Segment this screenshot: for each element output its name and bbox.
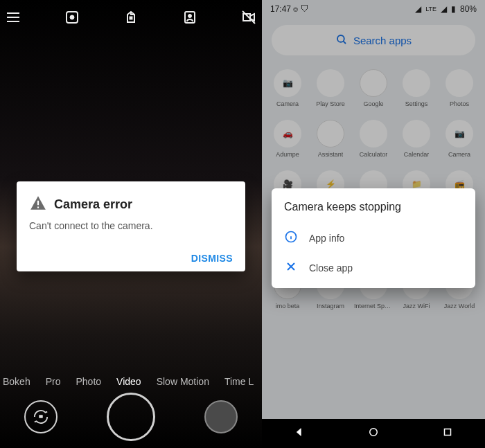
- app-icon: 31: [403, 120, 430, 147]
- battery-icon: ▮: [451, 4, 456, 14]
- dialog-title: Camera error: [54, 197, 132, 212]
- app-icon: 🚗: [274, 120, 301, 147]
- app-assistant[interactable]: •Assistant: [309, 116, 352, 162]
- svg-point-4: [188, 15, 192, 18]
- close-icon: [284, 260, 298, 276]
- svg-rect-6: [37, 201, 39, 206]
- info-icon: [284, 230, 298, 246]
- whatsapp-icon: ⌾: [293, 4, 298, 14]
- svg-rect-2: [130, 17, 132, 19]
- person-icon: ⛉: [301, 4, 309, 14]
- search-icon: [335, 33, 348, 48]
- navigation-bar: [262, 419, 485, 448]
- app-label: Play Store: [316, 100, 345, 107]
- app-label: Instagram: [317, 303, 344, 310]
- signal-icon: ◢: [415, 4, 421, 14]
- warning-icon: [29, 194, 47, 215]
- app-play-store[interactable]: ▶Play Store: [309, 65, 352, 111]
- app-icon: G: [360, 69, 387, 97]
- mode-photo[interactable]: Photo: [76, 376, 102, 387]
- app-label: imo beta: [276, 303, 300, 310]
- app-icon: 📷: [274, 69, 301, 97]
- app-label: Internet Speed Mete…: [354, 303, 393, 310]
- app-crash-dialog: Camera keeps stopping App info Close app: [272, 188, 475, 288]
- app-label: Google: [363, 100, 383, 107]
- app-google[interactable]: GGoogle: [352, 65, 395, 111]
- nav-recent-button[interactable]: [441, 426, 454, 441]
- app-icon: 📷: [446, 120, 473, 147]
- video-off-icon[interactable]: [240, 8, 258, 26]
- close-app-label: Close app: [309, 262, 353, 274]
- svg-rect-7: [37, 206, 39, 208]
- network-label: LTE: [425, 6, 436, 12]
- app-calendar[interactable]: 31Calendar: [395, 116, 438, 162]
- app-camera[interactable]: 📷Camera: [438, 116, 481, 162]
- app-label: Photos: [450, 100, 469, 107]
- search-apps-bar[interactable]: Search apps: [272, 25, 475, 55]
- camera-app-screen: BokehProPhotoVideoSlow MotionTime L Came…: [0, 0, 262, 448]
- svg-point-8: [337, 35, 344, 42]
- mode-time-l[interactable]: Time L: [224, 376, 254, 387]
- app-label: Calculator: [360, 151, 388, 158]
- menu-icon[interactable]: [4, 8, 22, 26]
- status-time: 17:47: [270, 4, 291, 14]
- app-info-option[interactable]: App info: [284, 223, 463, 253]
- app-icon: ▶: [317, 69, 344, 97]
- portrait-icon[interactable]: [181, 8, 199, 26]
- app-label: Assistant: [318, 151, 344, 158]
- shutter-row: [0, 390, 262, 444]
- app-label: Camera: [276, 100, 299, 107]
- crash-dialog-title: Camera keeps stopping: [284, 201, 463, 213]
- app-info-label: App info: [309, 233, 344, 244]
- nav-back-button[interactable]: [293, 426, 306, 441]
- mode-bokeh[interactable]: Bokeh: [3, 376, 30, 387]
- dialog-message: Can't connect to the camera.: [29, 220, 233, 231]
- mode-slow-motion[interactable]: Slow Motion: [157, 376, 209, 387]
- battery-percent: 80%: [460, 4, 477, 14]
- gallery-icon[interactable]: [122, 8, 140, 26]
- app-calculator[interactable]: ∷Calculator: [352, 116, 395, 162]
- signal-icon-2: ◢: [441, 4, 447, 14]
- svg-rect-11: [445, 429, 451, 436]
- svg-rect-5: [39, 415, 44, 418]
- svg-point-10: [370, 429, 378, 436]
- camera-error-dialog: Camera error Can't connect to the camera…: [17, 181, 245, 271]
- app-label: Camera: [448, 151, 470, 158]
- mode-video[interactable]: Video: [116, 376, 141, 387]
- app-label: Settings: [405, 100, 428, 107]
- app-label: Adumpe: [276, 151, 299, 158]
- app-camera[interactable]: 📷Camera: [266, 65, 309, 111]
- switch-camera-button[interactable]: [24, 400, 58, 433]
- app-icon: ⚙: [403, 69, 430, 97]
- app-settings[interactable]: ⚙Settings: [395, 65, 438, 111]
- shutter-button[interactable]: [107, 393, 155, 441]
- svg-point-1: [70, 15, 74, 19]
- nav-home-button[interactable]: [367, 426, 380, 441]
- last-photo-thumbnail[interactable]: [204, 400, 238, 433]
- status-bar: 17:47 ⌾ ⛉ ◢ LTE ◢ ▮ 80%: [262, 0, 485, 18]
- app-icon: ✦: [446, 69, 473, 97]
- camera-top-bar: [0, 0, 262, 30]
- search-placeholder: Search apps: [353, 35, 412, 46]
- close-app-option[interactable]: Close app: [284, 253, 463, 283]
- app-label: Calendar: [404, 151, 430, 158]
- viewfinder-icon[interactable]: [63, 8, 81, 26]
- launcher-screen: 17:47 ⌾ ⛉ ◢ LTE ◢ ▮ 80% Search apps 📷Cam…: [262, 0, 485, 448]
- app-adumpe[interactable]: 🚗Adumpe: [266, 116, 309, 162]
- app-label: Jazz WiFi: [403, 303, 430, 310]
- camera-modes[interactable]: BokehProPhotoVideoSlow MotionTime L: [0, 376, 262, 387]
- app-icon: ∷: [360, 120, 387, 147]
- app-icon: •: [317, 120, 344, 147]
- mode-pro[interactable]: Pro: [46, 376, 61, 387]
- app-label: Jazz World: [444, 303, 475, 310]
- dismiss-button[interactable]: DISMISS: [191, 253, 233, 264]
- app-photos[interactable]: ✦Photos: [438, 65, 481, 111]
